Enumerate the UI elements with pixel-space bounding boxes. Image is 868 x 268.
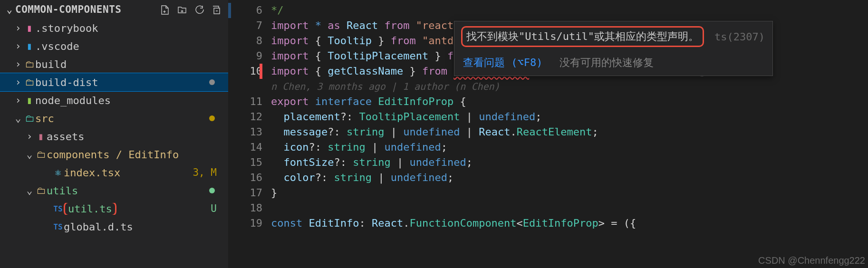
file-label: assets xyxy=(47,131,223,143)
code-line[interactable]: */ xyxy=(271,3,868,18)
twist-icon: ⌄ xyxy=(24,185,35,196)
no-quick-fix: 没有可用的快速修复 xyxy=(559,56,654,70)
twist-icon: › xyxy=(12,95,24,106)
explorer-sidebar: ⌄ COMMON-COMPONENTS › ▮ .storybook› ▮ .v… xyxy=(0,0,228,268)
twist-icon: ⌄ xyxy=(12,113,24,124)
file-label: util.ts xyxy=(64,203,211,215)
file-label: utils xyxy=(47,185,209,197)
line-number[interactable]: 18 xyxy=(228,201,262,216)
explorer-header[interactable]: ⌄ COMMON-COMPONENTS xyxy=(0,0,228,19)
code-line[interactable]: placement?: TooltipPlacement | undefined… xyxy=(271,109,868,124)
file-label: components / EditInfo xyxy=(47,149,223,161)
file-icon: ▮ xyxy=(24,22,35,34)
tree-item[interactable]: TS global.d.ts xyxy=(0,218,228,236)
file-icon: TS xyxy=(52,204,64,213)
error-code: ts(2307) xyxy=(714,31,765,43)
modified-dot xyxy=(209,79,215,85)
code-line[interactable]: icon?: string | undefined; xyxy=(271,140,868,155)
line-number[interactable]: 17 xyxy=(228,185,262,201)
code-line[interactable]: color?: string | undefined; xyxy=(271,170,868,185)
file-icon: ▮ xyxy=(35,131,47,142)
file-icon: 🗀 xyxy=(24,77,35,88)
tree-item[interactable]: › ▮ assets xyxy=(0,127,228,145)
twist-icon: › xyxy=(24,131,35,142)
line-number[interactable]: 11 xyxy=(228,94,262,109)
new-file-icon[interactable] xyxy=(160,4,170,15)
line-number[interactable]: 12 xyxy=(228,109,262,124)
file-label: index.tsx xyxy=(64,167,193,179)
tree-item[interactable]: › ▮ .vscode xyxy=(0,37,228,55)
file-label: build-dist xyxy=(35,77,209,88)
twist-icon: › xyxy=(12,22,24,34)
code-line[interactable]: message?: string | undefined | React.Rea… xyxy=(271,124,868,140)
git-status: 3, M xyxy=(193,167,223,178)
modified-dot xyxy=(209,115,215,121)
git-status: U xyxy=(211,203,223,214)
tree-item[interactable]: TS util.tsU xyxy=(0,200,228,218)
file-icon: 🗀 xyxy=(24,113,35,124)
line-gutter: 678910 111213141516171819 xyxy=(228,0,271,268)
file-icon: ▮ xyxy=(24,40,35,52)
file-label: src xyxy=(35,113,209,124)
tree-item[interactable]: ⚛ index.tsx3, M xyxy=(0,163,228,182)
tree-item[interactable]: ⌄ 🗀 utils xyxy=(0,182,228,200)
code-line[interactable]: } xyxy=(271,185,868,201)
chevron-down-icon: ⌄ xyxy=(4,4,15,15)
file-icon: 🗀 xyxy=(24,58,35,70)
project-title: COMMON-COMPONENTS xyxy=(15,4,121,15)
code-line[interactable]: fontSize?: string | undefined; xyxy=(271,155,868,170)
line-number[interactable]: 14 xyxy=(228,140,262,155)
code-line[interactable] xyxy=(271,201,868,216)
file-label: .vscode xyxy=(35,40,223,52)
watermark: CSDN @Chennfengg222 xyxy=(758,255,865,266)
line-number[interactable]: 13 xyxy=(228,124,262,140)
line-number[interactable]: 7 xyxy=(228,18,262,33)
file-icon: 🗀 xyxy=(35,149,47,160)
line-number[interactable]: 19 xyxy=(228,216,262,231)
line-number[interactable]: 15 xyxy=(228,155,262,170)
file-tree: › ▮ .storybook› ▮ .vscode› 🗀 build› 🗀 bu… xyxy=(0,19,228,236)
file-label: .storybook xyxy=(35,22,223,34)
collapse-all-icon[interactable] xyxy=(211,4,222,15)
twist-icon: › xyxy=(12,58,24,70)
twist-icon: ⌄ xyxy=(24,149,35,160)
tree-item[interactable]: › 🗀 build xyxy=(0,55,228,73)
tree-item[interactable]: › 🗀 build-dist xyxy=(0,73,228,91)
line-number[interactable]: 10 xyxy=(228,64,262,79)
error-message: 找不到模块"Utils/util"或其相应的类型声明。 xyxy=(461,26,704,47)
twist-icon: › xyxy=(12,40,24,52)
tree-item[interactable]: › ▮ .storybook xyxy=(0,19,228,37)
line-number[interactable]: 16 xyxy=(228,170,262,185)
file-icon: TS xyxy=(52,222,64,231)
tree-item[interactable]: ⌄ 🗀 components / EditInfo xyxy=(0,145,228,163)
explorer-actions xyxy=(160,4,225,15)
gutter-mark xyxy=(228,3,231,18)
code-line[interactable]: export interface EditInfoProp { xyxy=(271,94,868,109)
code-line[interactable]: const EditInfo: React.FunctionComponent<… xyxy=(271,216,868,231)
line-number[interactable]: 9 xyxy=(228,48,262,64)
error-bar xyxy=(260,64,262,79)
view-problem-link[interactable]: 查看问题 (⌥F8) xyxy=(463,56,542,70)
file-label: node_modules xyxy=(35,95,223,106)
file-label: global.d.ts xyxy=(64,221,223,233)
refresh-icon[interactable] xyxy=(194,4,204,15)
file-icon: ▮ xyxy=(24,95,35,106)
new-folder-icon[interactable] xyxy=(177,4,187,15)
git-blame: n Chen, 3 months ago | 1 author (n Chen) xyxy=(271,79,868,94)
tree-item[interactable]: › ▮ node_modules xyxy=(0,91,228,109)
line-number[interactable]: 6 xyxy=(228,3,262,18)
modified-dot xyxy=(209,188,215,193)
file-icon: 🗀 xyxy=(35,185,47,196)
file-icon: ⚛ xyxy=(52,167,64,178)
file-label: build xyxy=(35,58,223,70)
line-number[interactable]: 8 xyxy=(228,33,262,48)
error-tooltip: 找不到模块"Utils/util"或其相应的类型声明。 ts(2307) 查看问… xyxy=(454,21,773,76)
tree-item[interactable]: ⌄ 🗀 src xyxy=(0,109,228,127)
twist-icon: › xyxy=(12,77,24,88)
